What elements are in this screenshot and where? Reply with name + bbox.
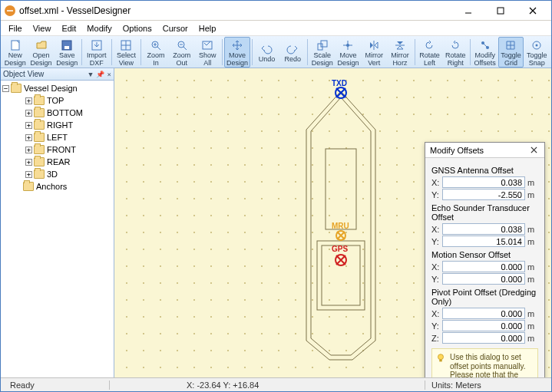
tb-import[interactable]: ImportDXF [84, 37, 110, 68]
toolbar: NewDesignOpenDesignSaveDesignImportDXFSe… [1, 36, 551, 68]
offset-input[interactable] [442, 273, 525, 285]
menu-help[interactable]: Help [194, 22, 221, 35]
offset-row: X:m [431, 223, 538, 235]
menu-cursor[interactable]: Cursor [158, 22, 193, 35]
sensor-gps-icon [335, 255, 346, 265]
tree-view-3d[interactable]: +3D [2, 168, 112, 180]
tb-new[interactable]: NewDesign [2, 37, 28, 68]
field-label: Z: [431, 334, 442, 343]
offset-input[interactable] [442, 261, 525, 272]
tb-zout[interactable]: ZoomOut [169, 37, 195, 68]
group-header: GNSS Antenna Offset [431, 166, 538, 175]
tree-view-front[interactable]: +FRONT [2, 143, 112, 156]
svg-rect-9 [203, 41, 212, 49]
folder-icon [34, 133, 45, 142]
bulb-icon [435, 353, 446, 364]
tree-view-bottom[interactable]: +BOTTOM [2, 107, 112, 119]
movedes2-icon [342, 39, 354, 51]
offset-input[interactable] [442, 320, 525, 331]
tb-open[interactable]: OpenDesign [28, 37, 55, 68]
redo-icon [286, 43, 299, 55]
tree-view-right[interactable]: +RIGHT [2, 119, 112, 131]
sensor-txd-icon [335, 87, 346, 98]
tb-redo[interactable]: Redo [279, 37, 306, 68]
offset-row: X:m [431, 176, 538, 188]
field-label: X: [431, 225, 442, 234]
expand-icon[interactable]: + [25, 134, 32, 141]
panel-pin-icon[interactable]: ▼ [88, 71, 92, 78]
panel-close-icon[interactable]: × [107, 71, 111, 78]
offset-input[interactable] [442, 176, 525, 188]
offset-row: Y:m [431, 273, 538, 285]
open-icon [35, 39, 48, 51]
tb-selview[interactable]: SelectView [114, 37, 140, 68]
svg-point-23 [438, 354, 444, 360]
selview-icon [120, 39, 132, 51]
offset-input[interactable] [442, 236, 525, 247]
canvas[interactable]: TXD MRU GPS Modify Offsets GNSS Antenna … [114, 68, 551, 377]
tree-view-top[interactable]: +TOP [2, 94, 112, 107]
status-coords: X: -23.64 Y: +16.84 [180, 380, 425, 390]
svg-rect-24 [439, 360, 442, 362]
expand-icon[interactable]: + [25, 159, 32, 166]
expand-icon[interactable]: + [25, 147, 32, 153]
tb-undo[interactable]: Undo [254, 37, 280, 68]
offset-row: X:m [431, 261, 538, 272]
expand-icon[interactable]: + [25, 171, 32, 178]
expand-icon[interactable]: + [25, 97, 32, 104]
svg-point-16 [536, 44, 538, 46]
tb-mvert[interactable]: MirrorVert [361, 37, 387, 68]
tree-anchors[interactable]: Anchors [2, 180, 112, 193]
tb-zin[interactable]: ZoomIn [143, 37, 169, 68]
offset-row: X:m [431, 308, 538, 319]
tb-mhorz[interactable]: MirrorHorz [387, 37, 413, 68]
svg-point-12 [346, 44, 349, 47]
offset-input[interactable] [442, 308, 525, 319]
label-mru: MRU [332, 222, 349, 230]
unit-label: m [527, 178, 538, 187]
tb-rright[interactable]: RotateRight [442, 37, 468, 68]
tb-tsnap[interactable]: ToggleSnap [524, 37, 550, 68]
group-header: Motion Sensor Offset [431, 250, 538, 259]
tb-showall[interactable]: ShowAll [195, 37, 221, 68]
offset-input[interactable] [442, 223, 525, 235]
field-label: X: [431, 262, 442, 272]
dialog-titlebar[interactable]: Modify Offsets [425, 143, 544, 158]
close-button[interactable] [517, 2, 548, 19]
minimize-button[interactable] [453, 2, 484, 19]
panel-autohide-icon[interactable]: 📌 [96, 71, 104, 78]
tree-view-rear[interactable]: +REAR [2, 156, 112, 168]
app-window: offset.xml - VesselDesigner File View Ed… [0, 0, 552, 392]
folder-icon [34, 120, 45, 130]
modify-offsets-dialog: Modify Offsets GNSS Antenna OffsetX:mY:m… [425, 142, 545, 377]
tb-movedes2[interactable]: MoveDesign [335, 37, 362, 68]
status-ready: Ready [4, 380, 110, 390]
expand-icon[interactable]: + [25, 110, 32, 117]
folder-icon [34, 145, 45, 154]
menu-view[interactable]: View [28, 22, 56, 35]
menu-modify[interactable]: Modify [82, 22, 116, 35]
menu-edit[interactable]: Edit [57, 22, 81, 35]
offset-input[interactable] [442, 189, 525, 200]
maximize-button[interactable] [485, 2, 516, 19]
dialog-close-icon[interactable] [527, 144, 540, 156]
statusbar: Ready X: -23.64 Y: +16.84 Units: Meters [1, 377, 551, 391]
expand-icon[interactable]: + [25, 122, 32, 129]
tb-movedes[interactable]: MoveDesign [224, 37, 250, 68]
offset-input[interactable] [442, 332, 525, 344]
unit-label: m [527, 309, 538, 318]
tb-moff[interactable]: ModifyOffsets [472, 37, 498, 68]
label-txd: TXD [332, 79, 347, 87]
menu-file[interactable]: File [4, 22, 27, 35]
tree-root[interactable]: −Vessel Design [2, 82, 112, 94]
tree-view-left[interactable]: +LEFT [2, 131, 112, 143]
tb-scale[interactable]: ScaleDesign [309, 37, 335, 68]
folder-icon [11, 84, 21, 93]
tb-rleft[interactable]: RotateLeft [417, 37, 443, 68]
expand-icon[interactable]: − [2, 85, 9, 92]
menu-options[interactable]: Options [118, 22, 157, 35]
folder-icon [34, 96, 45, 105]
tb-tgrid[interactable]: ToggleGrid [498, 37, 524, 68]
tsnap-icon [531, 39, 543, 51]
tb-save[interactable]: SaveDesign [54, 37, 80, 68]
